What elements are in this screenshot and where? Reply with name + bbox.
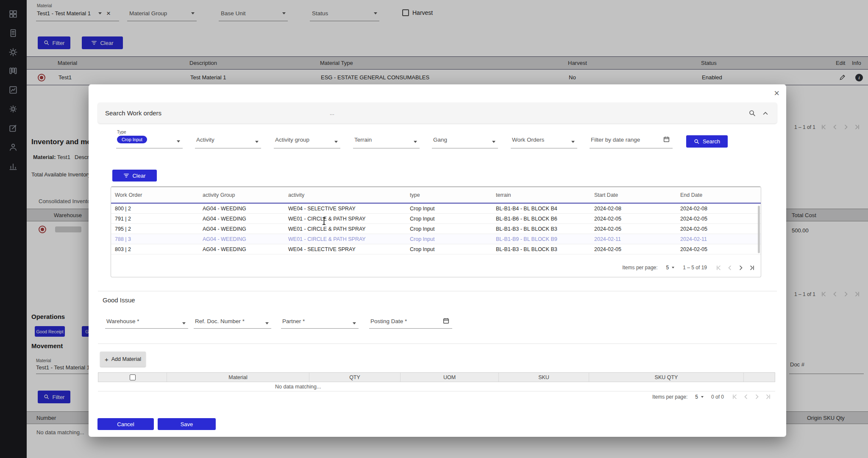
wo-clear-button[interactable]: Clear — [112, 170, 157, 182]
wo-cell-end: 2024-02-05 — [680, 246, 761, 252]
chevron-down-icon — [571, 141, 575, 143]
wo-cell-group: AG04 - WEEDING — [203, 226, 288, 232]
search-panel-header[interactable]: Search Work orders ... — [98, 103, 777, 123]
col-activity-group[interactable]: activity Group — [203, 192, 288, 198]
date-range-filter[interactable]: Filter by date range — [590, 127, 673, 148]
calendar-icon[interactable] — [442, 317, 450, 324]
wo-cell-end: 2024-02-11 — [680, 236, 761, 242]
col-sku: SKU — [498, 373, 589, 382]
col-work-order[interactable]: Work Order — [115, 192, 203, 198]
plus-icon: + — [105, 356, 108, 363]
activity-group-filter[interactable]: Activity group — [274, 127, 340, 148]
items-per-page-label: Items per page: — [622, 265, 657, 271]
work-orders-label: Work Orders — [512, 137, 544, 143]
chevron-down-icon — [182, 322, 186, 324]
search-work-orders-dialog: × Search Work orders ... Type Crop Input… — [89, 84, 786, 437]
wo-cell-type: Crop Input — [410, 246, 496, 252]
items-per-page-select[interactable]: 5 — [695, 394, 704, 400]
wo-cell-wo: 800 | 2 — [115, 206, 203, 212]
ref-doc-number-select[interactable]: Ref. Doc. Number * — [194, 312, 271, 329]
ref-doc-number-label: Ref. Doc. Number * — [195, 318, 245, 324]
warehouse-select[interactable]: Warehouse * — [105, 312, 188, 329]
close-icon[interactable]: × — [774, 89, 779, 98]
chevron-down-icon — [492, 141, 495, 143]
gi-table-header: Material QTY UOM SKU SKU QTY — [98, 372, 775, 382]
cancel-button[interactable]: Cancel — [97, 418, 154, 430]
wo-cell-type: Crop Input — [410, 216, 496, 222]
add-material-button[interactable]: + Add Material — [100, 352, 146, 367]
gang-filter[interactable]: Gang — [432, 127, 498, 148]
chevron-up-icon[interactable] — [762, 109, 769, 117]
activity-label: Activity — [196, 137, 214, 143]
wo-cell-start: 2024-02-11 — [594, 236, 680, 242]
wo-table-header: Work Order activity Group activity type … — [111, 187, 761, 204]
chevron-down-icon — [414, 141, 417, 143]
items-per-page-label: Items per page: — [652, 394, 687, 400]
wo-cell-terrain: BL-B1-B3 - BL BLOCK B3 — [496, 246, 594, 252]
wo-cell-end: 2024-02-05 — [680, 226, 761, 232]
search-button[interactable]: Search — [686, 135, 728, 148]
save-button[interactable]: Save — [158, 418, 216, 430]
mouse-cursor — [321, 217, 327, 225]
wo-cell-group: AG04 - WEEDING — [203, 246, 288, 252]
panel-subtitle: ... — [330, 110, 334, 116]
wo-cell-type: Crop Input — [410, 226, 496, 232]
col-start-date[interactable]: Start Date — [594, 192, 680, 198]
work-order-row[interactable]: 803 | 2AG04 - WEEDINGWE04 - SELECTIVE SP… — [111, 244, 761, 254]
col-uom: UOM — [400, 373, 498, 382]
wo-cell-activity: WE01 - CIRCLE & PATH SPRAY — [288, 216, 410, 222]
chevron-down-icon — [177, 140, 180, 142]
work-order-row[interactable]: 791 | 2AG04 - WEEDINGWE01 - CIRCLE & PAT… — [111, 214, 761, 224]
items-per-page-select[interactable]: 5 — [666, 265, 675, 271]
chevron-down-icon — [353, 322, 356, 324]
chevron-down-icon — [265, 322, 269, 324]
wo-cell-terrain: BL-B1-B4 - BL BLOCK B4 — [496, 206, 594, 212]
scrollbar-thumb[interactable] — [758, 206, 760, 253]
select-all-checkbox[interactable] — [130, 374, 136, 380]
good-issue-heading: Good Issue — [103, 296, 135, 304]
calendar-icon[interactable] — [663, 136, 670, 143]
next-page-icon[interactable] — [737, 264, 745, 271]
work-order-row[interactable]: 800 | 2AG04 - WEEDINGWE04 - SELECTIVE SP… — [111, 204, 761, 214]
col-type[interactable]: type — [410, 192, 496, 198]
wo-paginator: Items per page: 5 1 – 5 of 19 — [622, 262, 756, 274]
type-filter[interactable]: Type Crop Input — [116, 127, 183, 148]
col-terrain[interactable]: terrain — [496, 192, 594, 198]
posting-date-field[interactable]: Posting Date * — [369, 312, 452, 329]
col-activity[interactable]: activity — [288, 192, 410, 198]
wo-cell-group: AG04 - WEEDING — [203, 216, 288, 222]
gi-no-data-row: No data matching... — [98, 382, 775, 391]
filter-list-icon — [123, 173, 129, 179]
terrain-filter[interactable]: Terrain — [353, 127, 420, 148]
activity-filter[interactable]: Activity — [195, 127, 261, 148]
partner-select[interactable]: Partner * — [281, 312, 359, 329]
wo-cell-start: 2024-02-05 — [594, 246, 680, 252]
chevron-down-icon — [334, 141, 338, 143]
terrain-label: Terrain — [354, 137, 372, 143]
wo-cell-group: AG04 - WEEDING — [203, 206, 288, 212]
wo-cell-start: 2024-02-05 — [594, 216, 680, 222]
posting-date-label: Posting Date * — [370, 318, 407, 324]
wo-table-body: 800 | 2AG04 - WEEDINGWE04 - SELECTIVE SP… — [111, 204, 761, 254]
first-page-icon[interactable] — [715, 264, 723, 271]
wo-cell-terrain: BL-B1-B9 - BL BLOCK B9 — [496, 236, 594, 242]
work-order-row[interactable]: 788 | 3AG04 - WEEDINGWE01 - CIRCLE & PAT… — [111, 234, 761, 244]
type-label: Type — [117, 130, 183, 134]
wo-cell-end: 2024-02-05 — [680, 216, 761, 222]
wo-cell-start: 2024-02-05 — [594, 226, 680, 232]
last-page-icon[interactable] — [765, 393, 772, 400]
last-page-icon[interactable] — [748, 264, 756, 271]
previous-page-icon[interactable] — [726, 264, 734, 271]
paginator-controls — [732, 393, 772, 400]
next-page-icon[interactable] — [754, 393, 761, 400]
warehouse-label: Warehouse * — [106, 318, 139, 324]
crop-input-chip[interactable]: Crop Input — [117, 136, 147, 143]
gi-paginator: Items per page: 5 0 of 0 — [610, 393, 772, 400]
work-orders-filter[interactable]: Work Orders — [511, 127, 577, 148]
col-end-date[interactable]: End Date — [680, 192, 761, 198]
work-order-row[interactable]: 795 | 2AG04 - WEEDINGWE01 - CIRCLE & PAT… — [111, 224, 761, 234]
previous-page-icon[interactable] — [743, 393, 750, 400]
section-divider — [98, 291, 777, 291]
search-icon[interactable] — [748, 109, 756, 117]
first-page-icon[interactable] — [732, 393, 739, 400]
